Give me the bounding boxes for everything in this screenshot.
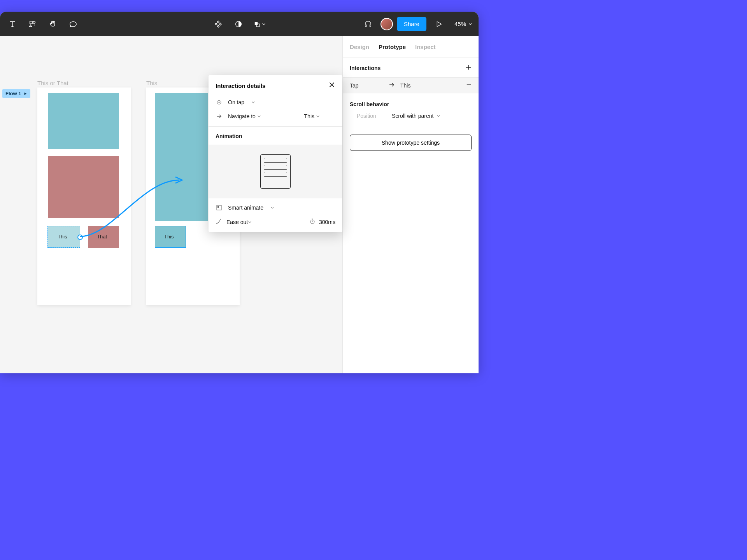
tab-inspect[interactable]: Inspect xyxy=(415,44,436,50)
animation-title: Animation xyxy=(216,133,335,139)
interaction-trigger: Tap xyxy=(350,82,389,89)
chevron-down-icon xyxy=(251,99,255,105)
canvas-block xyxy=(48,93,119,149)
destination-dropdown[interactable]: This xyxy=(304,113,320,119)
popup-title: Interaction details xyxy=(216,82,265,89)
boolean-tool[interactable] xyxy=(250,16,269,33)
guide-vertical xyxy=(64,88,64,248)
duration-input[interactable]: 300ms xyxy=(310,219,335,225)
position-label: Position xyxy=(357,113,384,119)
svg-point-7 xyxy=(219,102,220,103)
zoom-value: 45% xyxy=(454,21,466,27)
guide-horizontal xyxy=(37,237,48,237)
canvas-block xyxy=(48,156,119,218)
card-label: That xyxy=(97,234,107,240)
toolbar: + Share 45% xyxy=(0,12,479,36)
chevron-down-icon xyxy=(316,113,320,119)
artboard-this-or-that[interactable]: That xyxy=(37,88,131,305)
svg-rect-9 xyxy=(217,206,219,208)
flow-badge[interactable]: Flow 1 xyxy=(2,89,30,98)
components-icon[interactable] xyxy=(210,16,227,33)
mask-icon[interactable] xyxy=(230,16,247,33)
hand-tool[interactable] xyxy=(44,16,61,33)
zoom-dropdown[interactable]: 45% xyxy=(451,21,475,27)
headphones-icon[interactable] xyxy=(359,16,377,33)
present-button[interactable] xyxy=(430,16,447,33)
avatar[interactable] xyxy=(381,18,393,30)
animation-type-dropdown[interactable]: Smart animate xyxy=(209,198,342,215)
comment-tool[interactable] xyxy=(65,16,82,33)
interaction-details-popup: Interaction details On tap Navigate to T… xyxy=(209,75,342,232)
canvas-block xyxy=(155,93,208,221)
frame-label: This or That xyxy=(37,80,68,86)
position-dropdown[interactable]: Scroll with parent xyxy=(392,113,440,119)
chevron-down-icon xyxy=(270,205,274,211)
right-panel: Design Prototype Inspect Interactions Ta… xyxy=(342,36,479,373)
share-button[interactable]: Share xyxy=(397,17,426,31)
interaction-row[interactable]: Tap This xyxy=(343,78,479,93)
shapes-tool[interactable]: + xyxy=(24,16,41,33)
frame-label: This xyxy=(146,80,157,86)
panel-tabs: Design Prototype Inspect xyxy=(343,36,479,58)
easing-icon xyxy=(216,219,221,225)
show-prototype-settings-button[interactable]: Show prototype settings xyxy=(350,135,472,151)
svg-rect-0 xyxy=(30,21,32,23)
interactions-title: Interactions xyxy=(350,65,381,71)
easing-dropdown[interactable]: Ease out xyxy=(226,219,252,225)
svg-point-1 xyxy=(33,21,35,23)
flow-label: Flow 1 xyxy=(5,91,21,96)
connection-handle[interactable] xyxy=(77,234,83,240)
tab-design[interactable]: Design xyxy=(350,44,369,50)
animation-preview xyxy=(209,145,342,198)
card-label: This xyxy=(164,234,174,240)
add-interaction-button[interactable] xyxy=(465,64,472,72)
card-label: This xyxy=(58,234,67,240)
svg-rect-4 xyxy=(255,22,258,25)
tab-prototype[interactable]: Prototype xyxy=(379,44,406,50)
scroll-behavior-title: Scroll behavior xyxy=(350,101,472,107)
arrow-icon xyxy=(389,82,395,89)
chevron-down-icon xyxy=(248,219,252,225)
arrow-icon xyxy=(216,113,223,119)
trigger-icon xyxy=(216,100,223,105)
chevron-down-icon xyxy=(257,113,261,119)
action-dropdown[interactable]: Navigate to xyxy=(228,113,261,119)
interaction-target: This xyxy=(400,82,466,89)
timer-icon xyxy=(310,219,315,225)
svg-text:+: + xyxy=(34,24,36,27)
close-icon[interactable] xyxy=(328,81,335,90)
text-tool[interactable] xyxy=(4,16,21,33)
animation-preview-frame xyxy=(260,154,291,189)
remove-interaction-button[interactable] xyxy=(466,82,472,89)
trigger-dropdown[interactable]: On tap xyxy=(209,96,342,109)
smart-animate-icon xyxy=(216,205,223,210)
